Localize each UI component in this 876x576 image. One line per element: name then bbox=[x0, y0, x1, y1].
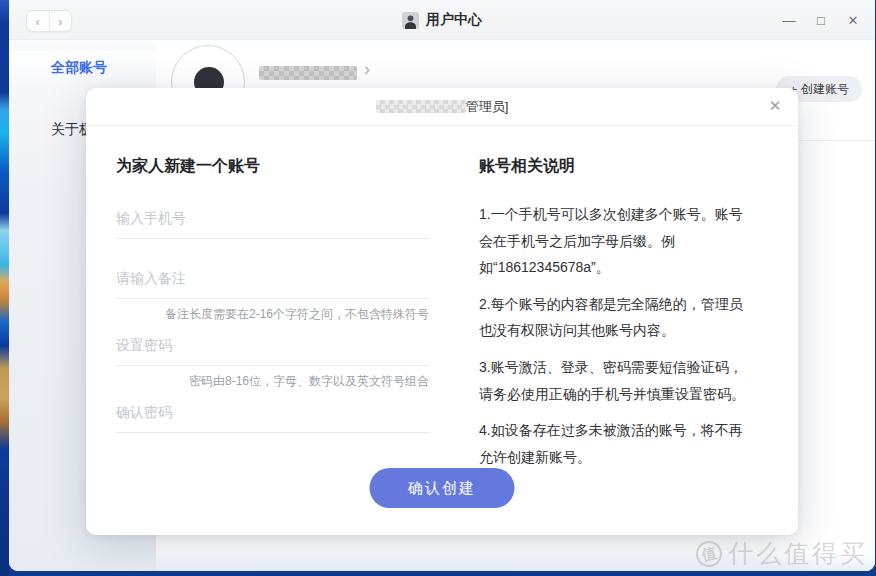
modal-header: 管理员] ✕ bbox=[86, 88, 798, 126]
confirm-password-field-row bbox=[116, 403, 429, 433]
minimize-button[interactable]: — bbox=[781, 13, 797, 28]
page-title: 用户中心 bbox=[426, 11, 482, 29]
password-helper-text: 密码由8-16位，字母、数字以及英文符号组合 bbox=[116, 373, 429, 390]
form-heading: 为家人新建一个账号 bbox=[116, 156, 429, 177]
titlebar: ‹ › 用户中心 — □ ✕ bbox=[9, 0, 875, 40]
note-helper-text: 备注长度需要在2-16个字符之间，不包含特殊符号 bbox=[116, 306, 429, 323]
close-modal-icon[interactable]: ✕ bbox=[766, 97, 784, 115]
title-group: 用户中心 bbox=[9, 0, 875, 40]
confirm-create-button[interactable]: 确认创建 bbox=[370, 468, 515, 508]
modal-body: 为家人新建一个账号 备注长度需要在2-16个字符之间，不包含特殊符号 密码由8-… bbox=[86, 126, 798, 470]
censored-username bbox=[259, 66, 357, 80]
password-field-row bbox=[116, 336, 429, 366]
desktop-background-strip bbox=[0, 0, 9, 576]
chevron-right-icon: › bbox=[364, 59, 370, 80]
phone-field-row bbox=[116, 209, 429, 239]
create-account-modal: 管理员] ✕ 为家人新建一个账号 备注长度需要在2-16个字符之间，不包含特殊符… bbox=[86, 88, 798, 535]
note-input[interactable] bbox=[116, 270, 429, 299]
info-item-2: 2.每个账号的内容都是完全隔绝的，管理员也没有权限访问其他账号内容。 bbox=[479, 291, 756, 344]
close-window-button[interactable]: ✕ bbox=[845, 13, 861, 28]
info-item-3: 3.账号激活、登录、密码需要短信验证码，请务必使用正确的手机号并慎重设置密码。 bbox=[479, 354, 756, 407]
info-heading: 账号相关说明 bbox=[479, 156, 756, 177]
confirm-password-input[interactable] bbox=[116, 404, 429, 433]
note-field-row bbox=[116, 269, 429, 299]
user-avatar-icon bbox=[402, 12, 419, 29]
info-item-1: 1.一个手机号可以多次创建多个账号。账号会在手机号之后加字母后缀。例如“1861… bbox=[479, 201, 756, 281]
maximize-button[interactable]: □ bbox=[813, 13, 829, 28]
create-account-label: 创建账号 bbox=[801, 81, 849, 98]
info-item-4: 4.如设备存在过多未被激活的账号，将不再允许创建新账号。 bbox=[479, 417, 756, 470]
censored-modal-title bbox=[376, 100, 466, 113]
app-window: ‹ › 用户中心 — □ ✕ 全部账号 关于极 › bbox=[9, 0, 875, 571]
password-input[interactable] bbox=[116, 337, 429, 366]
window-controls: — □ ✕ bbox=[781, 0, 861, 40]
modal-title-suffix: 管理员] bbox=[466, 98, 509, 116]
account-form: 为家人新建一个账号 备注长度需要在2-16个字符之间，不包含特殊符号 密码由8-… bbox=[116, 126, 429, 470]
phone-input[interactable] bbox=[116, 210, 429, 239]
sidebar-item-all-accounts[interactable]: 全部账号 bbox=[9, 51, 156, 85]
account-info-panel: 账号相关说明 1.一个手机号可以多次创建多个账号。账号会在手机号之后加字母后缀。… bbox=[479, 126, 756, 470]
